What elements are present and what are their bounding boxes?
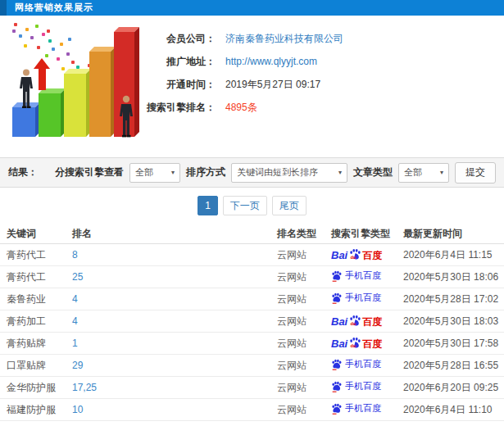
sort-select-value: 关键词由短到长排序: [237, 166, 334, 179]
baidu-pc-logo-cn: 百度: [362, 251, 382, 261]
sort-label: 排序方式: [186, 165, 225, 179]
page-1-button[interactable]: 1: [198, 196, 218, 215]
table-row: 膏药贴牌 1 云网站 Bai du 百度 2020年5月30日 17:58: [0, 333, 504, 355]
keyword-cell: 福建防护服: [7, 403, 72, 417]
updated-cell: 2020年5月30日 17:58: [403, 337, 504, 351]
engine-cell: Bai du 百度: [331, 315, 403, 328]
rank-link[interactable]: 29: [72, 360, 277, 371]
info-section: 会员公司： 济南秦鲁药业科技有限公司 推广地址： http://www.qlyy…: [0, 16, 504, 157]
header-keyword: 关键词: [7, 227, 72, 241]
article-type-select-value: 全部: [404, 166, 435, 179]
rank-type-cell: 云网站: [277, 315, 331, 329]
rank-link[interactable]: 4: [72, 315, 277, 327]
table-row: 膏药加工 4 云网站 Bai du 百度 2020年5月30日 18:03: [0, 310, 504, 333]
rank-type-cell: 云网站: [277, 248, 331, 262]
promo-url-link[interactable]: http://www.qlyyjt.com: [225, 56, 317, 67]
table-row: 口罩贴牌 29 云网站 手机百度 2020年5月28日 16:55: [0, 355, 504, 377]
engine-cell: 手机百度: [331, 402, 403, 417]
table-row: 膏药代工 25 云网站 手机百度 2020年5月30日 18:06: [0, 266, 504, 288]
info-row-open-time: 开通时间： 2019年5月27日 09:17: [142, 73, 343, 96]
mobile-baidu-label: 手机百度: [345, 292, 381, 304]
engine-select[interactable]: 全部 ▾: [129, 163, 180, 183]
rank-count-value: 4895条: [225, 101, 257, 115]
rank-type-cell: 云网站: [277, 292, 331, 306]
company-info: 会员公司： 济南秦鲁药业科技有限公司 推广地址： http://www.qlyy…: [142, 27, 343, 119]
caret-down-icon: ▾: [171, 169, 175, 176]
rank-link[interactable]: 1: [72, 338, 277, 349]
filter-bar: 结果： 分搜索引擎查看 全部 ▾ 排序方式 关键词由短到长排序 ▾ 文章类型 全…: [0, 157, 504, 188]
svg-text:du: du: [351, 255, 356, 260]
open-time-label: 开通时间：: [142, 78, 216, 92]
baidu-pc-logo-text: Bai: [331, 338, 347, 349]
confetti-decoration: [11, 21, 14, 25]
baidu-pc-logo: Bai du 百度: [331, 315, 382, 327]
rank-type-cell: 云网站: [277, 381, 331, 395]
mobile-baidu-label: 手机百度: [345, 402, 381, 415]
rank-link[interactable]: 10: [72, 404, 277, 415]
open-time-value: 2019年5月27日 09:17: [225, 78, 320, 92]
businessman-left-figure: [17, 69, 35, 108]
baidu-mobile-logo: 手机百度: [331, 402, 381, 415]
promo-url-label: 推广地址：: [142, 55, 216, 69]
engine-cell: Bai du 百度: [331, 337, 403, 350]
baidu-pc-logo-text: Bai: [331, 316, 347, 327]
table-header-row: 关键词 排名 排名类型 搜索引擎类型 最新更新时间: [0, 224, 504, 244]
info-row-company: 会员公司： 济南秦鲁药业科技有限公司: [142, 27, 343, 50]
baidu-pc-logo-text: Bai: [331, 250, 347, 261]
header-engine-type: 搜索引擎类型: [331, 227, 403, 241]
keyword-cell: 膏药贴牌: [7, 337, 72, 351]
table-row: 秦鲁药业 4 云网站 手机百度 2020年5月28日 17:02: [0, 288, 504, 310]
businessman-right-figure: [117, 95, 135, 138]
submit-button[interactable]: 提交: [455, 162, 496, 184]
rank-type-cell: 云网站: [277, 403, 331, 417]
rank-link[interactable]: 25: [72, 271, 277, 283]
marketing-report-page: 网络营销效果展示: [0, 0, 504, 426]
engine-cell: 手机百度: [331, 358, 403, 373]
mobile-baidu-paw-icon: [331, 381, 342, 392]
result-label: 结果：: [8, 165, 38, 179]
svg-text:du: du: [351, 343, 356, 348]
engine-cell: Bai du 百度: [331, 248, 403, 261]
rank-link[interactable]: 4: [72, 293, 277, 305]
baidu-pc-logo: Bai du 百度: [331, 337, 382, 349]
updated-cell: 2020年6月20日 09:25: [403, 381, 504, 395]
sort-select[interactable]: 关键词由短到长排序 ▾: [231, 163, 347, 183]
rank-link[interactable]: 8: [72, 249, 277, 261]
table-row: 金华防护服 17,25 云网站 手机百度 2020年6月20日 09:25: [0, 377, 504, 399]
engine-cell: 手机百度: [331, 270, 403, 284]
rank-type-cell: 云网站: [277, 270, 331, 284]
mobile-baidu-paw-icon: [331, 403, 342, 415]
header-rank: 排名: [72, 227, 277, 241]
header-updated: 最新更新时间: [403, 227, 504, 241]
keyword-cell: 口罩贴牌: [7, 359, 72, 373]
company-name-link[interactable]: 济南秦鲁药业科技有限公司: [225, 32, 343, 46]
info-row-rank-count: 搜索引擎排名： 4895条: [142, 96, 343, 119]
updated-cell: 2020年6月4日 11:15: [403, 248, 504, 262]
svg-text:du: du: [351, 321, 356, 326]
caret-down-icon: ▾: [338, 169, 342, 176]
rank-link[interactable]: 17,25: [72, 382, 277, 393]
updated-cell: 2020年5月28日 16:55: [403, 359, 504, 373]
baidu-pc-logo-cn: 百度: [362, 339, 382, 349]
chart-bar-green: [39, 93, 61, 137]
table-row: 膏药代工 8 云网站 Bai du 百度 2020年6月4日 11:15: [0, 244, 504, 266]
chart-bar-orange: [89, 52, 111, 137]
mobile-baidu-label: 手机百度: [345, 358, 381, 370]
info-row-url: 推广地址： http://www.qlyyjt.com: [142, 50, 343, 73]
baidu-mobile-logo: 手机百度: [331, 380, 381, 392]
header-rank-type: 排名类型: [277, 227, 331, 241]
baidu-pc-logo-cn: 百度: [362, 317, 382, 327]
article-type-select[interactable]: 全部 ▾: [398, 163, 449, 183]
table-body: 膏药代工 8 云网站 Bai du 百度 2020年6月4日 11:15 膏药代…: [0, 244, 504, 421]
last-page-button[interactable]: 尾页: [272, 196, 306, 215]
updated-cell: 2020年6月4日 11:10: [403, 403, 504, 417]
caret-down-icon: ▾: [440, 169, 443, 176]
results-table: 关键词 排名 排名类型 搜索引擎类型 最新更新时间 膏药代工 8 云网站 Bai…: [0, 224, 504, 421]
mobile-baidu-paw-icon: [331, 359, 342, 370]
mobile-baidu-paw-icon: [331, 292, 342, 304]
filter-controls: 分搜索引擎查看 全部 ▾ 排序方式 关键词由短到长排序 ▾ 文章类型 全部 ▾ …: [55, 162, 496, 184]
page-header: 网络营销效果展示: [0, 0, 504, 16]
next-page-button[interactable]: 下一页: [223, 196, 267, 215]
updated-cell: 2020年5月28日 17:02: [403, 292, 504, 306]
baidu-paw-icon: du: [348, 248, 361, 261]
